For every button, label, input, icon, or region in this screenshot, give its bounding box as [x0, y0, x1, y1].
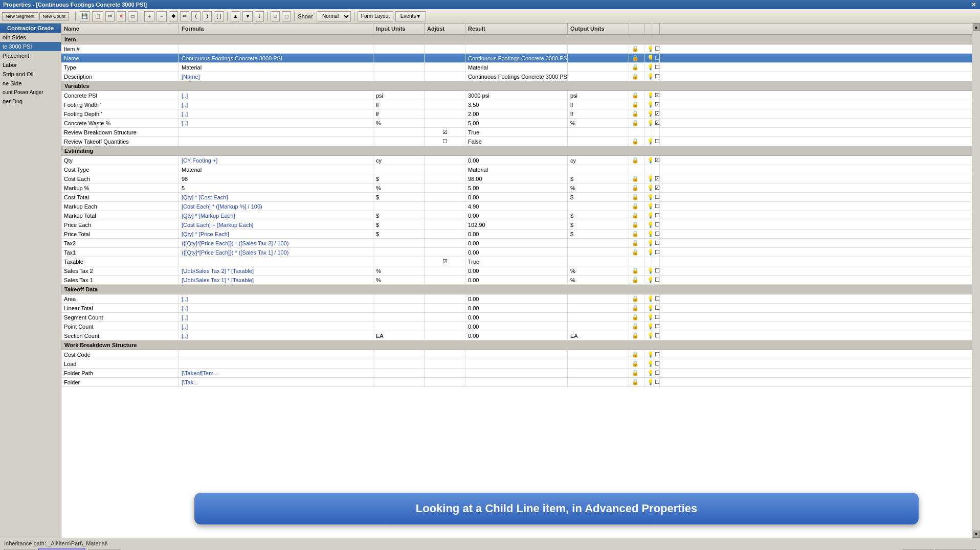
cell-formula[interactable]: [..] — [179, 91, 373, 100]
cell-adjust — [425, 156, 465, 165]
new-count-button[interactable]: New Count — [39, 12, 70, 20]
cell-formula[interactable]: [Name] — [179, 72, 373, 81]
table-row: Qty [CY Footing +] cy 0.00 cy 🔒 💡 ☑ — [61, 156, 972, 165]
cell-adjust — [425, 331, 465, 340]
cell-output-units: lf — [568, 109, 629, 118]
toolbar-btn-paren2[interactable]: ) — [203, 11, 212, 21]
toolbar-btn-copy-down[interactable]: ⇓ — [255, 11, 264, 21]
cell-input-units: $ — [373, 220, 425, 229]
toolbar-btn-pencil[interactable]: ✏ — [180, 11, 189, 21]
sidebar-item-neside[interactable]: ne Side — [0, 79, 61, 88]
cell-icon3: ☐ — [652, 72, 660, 81]
cell-formula[interactable]: [..] — [179, 294, 373, 303]
cell-formula[interactable]: [\Job\Sales Tax 1] * [Taxable] — [179, 276, 373, 284]
cell-icon3[interactable]: ☑ — [652, 100, 660, 109]
cell-result: Material — [465, 165, 568, 174]
sidebar-item-strip[interactable]: Strip and Oil — [0, 70, 61, 79]
cell-formula[interactable]: 5 — [179, 184, 373, 192]
sidebar-item-power[interactable]: ount Power Auger — [0, 88, 61, 97]
cell-formula[interactable] — [179, 350, 373, 359]
sidebar-item-2[interactable]: Placement — [0, 51, 61, 60]
cell-formula[interactable]: [..] — [179, 313, 373, 322]
toolbar-btn-paren1[interactable]: ( — [191, 11, 201, 21]
toolbar-btn-minus[interactable]: － — [157, 11, 167, 21]
cell-formula[interactable]: [..] — [179, 100, 373, 109]
toolbar-btn-plus[interactable]: ＋ — [144, 11, 154, 21]
cell-formula[interactable]: Continuous Footings Concrete 3000 PSI — [179, 54, 373, 62]
sidebar-item-0[interactable]: oth Sides — [0, 33, 61, 42]
cell-adjust[interactable]: ☑ — [425, 128, 465, 136]
toolbar-btn-cut[interactable]: ✕ — [117, 11, 126, 21]
cell-name: Cost Code — [61, 350, 179, 359]
close-icon[interactable]: ✕ — [971, 2, 976, 8]
cell-formula[interactable]: [Qty] * [Price Each] — [179, 230, 373, 238]
cell-formula[interactable] — [179, 44, 373, 53]
cell-icon3[interactable]: ☑ — [652, 109, 660, 118]
cell-formula[interactable]: [..] — [179, 119, 373, 127]
show-dropdown[interactable]: Normal All — [317, 11, 351, 21]
cell-output-units: % — [568, 184, 629, 192]
toolbar-btn-func[interactable]: { } — [214, 11, 224, 21]
toolbar-btn-arrow-down[interactable]: ▼ — [242, 11, 253, 21]
cell-formula[interactable]: [Cost Each] + [Markup Each] — [179, 220, 373, 229]
cell-formula[interactable]: ({[Qty]*[Price Each]}) * ([Sales Tax 1] … — [179, 248, 373, 257]
cell-result — [465, 369, 568, 377]
cell-icon3[interactable]: ☐ — [652, 137, 660, 146]
cell-name: Qty — [61, 156, 179, 165]
cell-icon3[interactable]: ☑ — [652, 119, 660, 127]
new-segment-button[interactable]: New Segment — [2, 12, 38, 20]
cell-icon3[interactable]: ☑ — [652, 184, 660, 192]
cell-formula[interactable]: 98 — [179, 174, 373, 183]
toolbar-btn-2[interactable]: 📋 — [92, 11, 103, 21]
form-layout-button[interactable]: Form Layout — [358, 11, 393, 21]
cell-output-units — [568, 322, 629, 331]
scroll-down-btn[interactable]: ▼ — [973, 531, 980, 538]
toolbar-btn-1[interactable]: 💾 — [79, 11, 90, 21]
toolbar-btn-4[interactable]: ▭ — [128, 11, 138, 21]
sidebar-item-1[interactable]: te 3000 PSI — [0, 42, 61, 51]
cell-icon2: 💡 — [644, 63, 652, 72]
cell-formula[interactable]: [..] — [179, 322, 373, 331]
scroll-up-btn[interactable]: ▲ — [973, 24, 980, 31]
toolbar-btn-shape[interactable]: ◻ — [282, 11, 291, 21]
sidebar-item-dug[interactable]: ger Dug — [0, 97, 61, 106]
cell-formula[interactable]: [\Tak... — [179, 378, 373, 386]
cell-output-units: % — [568, 266, 629, 275]
cell-formula[interactable]: [..] — [179, 304, 373, 312]
cell-formula[interactable]: Material — [179, 165, 373, 174]
cell-formula[interactable]: [Qty] * [Cost Each] — [179, 193, 373, 201]
cell-icon2: 💡 — [644, 322, 652, 331]
cell-formula[interactable]: [\Job\Sales Tax 2] * [Taxable] — [179, 266, 373, 275]
cell-adjust[interactable]: ☑ — [425, 257, 465, 266]
toolbar-btn-arrow-up[interactable]: ▲ — [231, 11, 241, 21]
section-variables: Variables — [61, 81, 972, 91]
cell-adjust — [425, 266, 465, 275]
cell-icon3[interactable]: ☑ — [652, 91, 660, 100]
cell-output-units: $ — [568, 174, 629, 183]
cell-adjust — [425, 304, 465, 312]
cell-formula[interactable] — [179, 359, 373, 368]
events-button[interactable]: Events ▼ — [395, 11, 426, 21]
cell-formula[interactable]: Material — [179, 63, 373, 72]
toolbar-btn-star[interactable]: ✱ — [169, 11, 178, 21]
cell-icon3[interactable]: ☑ — [652, 156, 660, 165]
cell-formula[interactable]: [\Takeof[Tem... — [179, 369, 373, 377]
scrollbar-right[interactable]: ▲ ▼ — [972, 24, 980, 538]
cell-icon3: ☐ — [652, 378, 660, 386]
cell-formula[interactable]: [..] — [179, 109, 373, 118]
cell-formula[interactable]: [..] — [179, 331, 373, 340]
cell-icon3[interactable]: ☑ — [652, 174, 660, 183]
sidebar-item-labor[interactable]: Labor — [0, 60, 61, 70]
cell-formula[interactable]: [Qty] * [Markup Each] — [179, 211, 373, 220]
cell-adjust[interactable]: ☐ — [425, 137, 465, 146]
toolbar-btn-3[interactable]: ✂ — [105, 11, 115, 21]
cell-icon1 — [629, 165, 644, 174]
toolbar-btn-square[interactable]: □ — [271, 11, 280, 21]
cell-name: Point Count — [61, 322, 179, 331]
cell-formula[interactable]: [CY Footing +] — [179, 156, 373, 165]
table-row: Price Total [Qty] * [Price Each] $ 0.00 … — [61, 230, 972, 239]
cell-formula[interactable]: ({[Qty]*[Price Each]}) * ([Sales Tax 2] … — [179, 239, 373, 247]
cell-adjust — [425, 54, 465, 62]
cell-icon3: ☐ — [652, 369, 660, 377]
cell-formula[interactable]: [Cost Each] * ([Markup %] / 100) — [179, 202, 373, 211]
